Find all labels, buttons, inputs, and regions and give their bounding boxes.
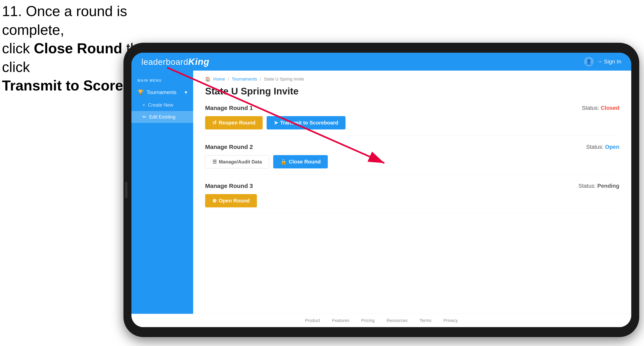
app-layout: leaderboardKing 👤 → Sign In MAIN MENU 🏆 bbox=[132, 53, 631, 327]
sign-in-area: 👤 → Sign In bbox=[584, 57, 621, 66]
round-2-status: Status: Open bbox=[586, 144, 619, 150]
lock-icon: 🔒 bbox=[280, 159, 287, 165]
transmit-to-scoreboard-button[interactable]: ➤ Transmit to Scoreboard bbox=[267, 116, 346, 130]
round-1-actions: ↺ Reopen Round ➤ Transmit to Scoreboard bbox=[205, 116, 619, 130]
sidebar-item-create-new[interactable]: + Create New bbox=[132, 99, 193, 111]
content-area: MAIN MENU 🏆 Tournaments ▾ + Create New bbox=[132, 71, 631, 314]
round-2-status-value: Open bbox=[605, 144, 619, 150]
round-1-status-value: Closed bbox=[601, 105, 619, 111]
footer-product[interactable]: Product bbox=[305, 318, 320, 323]
plus-icon: + bbox=[142, 102, 145, 108]
footer-features[interactable]: Features bbox=[332, 318, 349, 323]
round-3-title: Manage Round 3 bbox=[205, 182, 253, 189]
sidebar-item-edit-existing[interactable]: ✏ Edit Existing bbox=[132, 111, 193, 123]
breadcrumb-home-link[interactable]: Home bbox=[213, 77, 225, 82]
reopen-icon: ↺ bbox=[212, 120, 217, 126]
sign-in-label[interactable]: → Sign In bbox=[597, 58, 621, 65]
sidebar-section-title: MAIN MENU bbox=[132, 77, 193, 86]
logo-area: leaderboardKing bbox=[142, 56, 209, 67]
round-1-title: Manage Round 1 bbox=[205, 105, 253, 111]
round-2-title: Manage Round 2 bbox=[205, 144, 253, 150]
open-round-button[interactable]: ⊕ Open Round bbox=[205, 194, 257, 207]
round-3-status: Status: Pending bbox=[578, 183, 619, 189]
round-1-header: Manage Round 1 Status: Closed bbox=[205, 105, 619, 111]
reopen-round-button[interactable]: ↺ Reopen Round bbox=[205, 116, 263, 130]
page-title: State U Spring Invite bbox=[205, 86, 619, 97]
sidebar-tournaments-label: Tournaments bbox=[146, 89, 176, 95]
sidebar-item-tournaments[interactable]: 🏆 Tournaments ▾ bbox=[132, 86, 193, 99]
sidebar: MAIN MENU 🏆 Tournaments ▾ + Create New bbox=[132, 71, 193, 314]
round-3-actions: ⊕ Open Round bbox=[205, 194, 619, 207]
transmit-icon: ➤ bbox=[274, 120, 278, 126]
footer-pricing[interactable]: Pricing bbox=[361, 318, 374, 323]
round-2-section: Manage Round 2 Status: Open ☰ Manage/Aud… bbox=[205, 144, 619, 174]
round-1-section: Manage Round 1 Status: Closed ↺ Reopen R… bbox=[205, 105, 619, 136]
round-3-status-value: Pending bbox=[598, 183, 619, 189]
main-content: 🏠 Home / Tournaments / State U Spring In… bbox=[193, 71, 631, 314]
tablet-screen: leaderboardKing 👤 → Sign In MAIN MENU 🏆 bbox=[132, 53, 631, 327]
edit-icon: ✏ bbox=[142, 114, 146, 120]
app-header: leaderboardKing 👤 → Sign In bbox=[132, 53, 631, 71]
manage-audit-data-button[interactable]: ☰ Manage/Audit Data bbox=[205, 155, 269, 169]
instruction-bold1: Close Round bbox=[34, 40, 122, 56]
trophy-icon: 🏆 bbox=[138, 89, 144, 95]
open-icon: ⊕ bbox=[212, 198, 217, 204]
breadcrumb-tournaments-link[interactable]: Tournaments bbox=[232, 77, 257, 82]
footer-terms[interactable]: Terms bbox=[420, 318, 432, 323]
chevron-down-icon: ▾ bbox=[184, 89, 187, 95]
round-2-header: Manage Round 2 Status: Open bbox=[205, 144, 619, 150]
tablet-side-button bbox=[125, 182, 128, 198]
tablet-device: leaderboardKing 👤 → Sign In MAIN MENU 🏆 bbox=[124, 43, 639, 337]
user-icon: 👤 bbox=[584, 57, 594, 66]
create-new-label: Create New bbox=[148, 102, 173, 108]
close-round-button[interactable]: 🔒 Close Round bbox=[273, 155, 328, 169]
breadcrumb-current: State U Spring Invite bbox=[264, 77, 304, 82]
app-footer: Product Features Pricing Resources Terms… bbox=[132, 314, 631, 327]
breadcrumb: 🏠 Home / Tournaments / State U Spring In… bbox=[205, 77, 619, 82]
round-2-actions: ☰ Manage/Audit Data 🔒 Close Round bbox=[205, 155, 619, 169]
footer-resources[interactable]: Resources bbox=[386, 318, 408, 323]
round-3-section: Manage Round 3 Status: Pending ⊕ Open Ro… bbox=[205, 182, 619, 213]
breadcrumb-sep1: / bbox=[228, 77, 229, 82]
instruction-line2: click bbox=[2, 40, 34, 56]
edit-existing-label: Edit Existing bbox=[149, 114, 176, 120]
footer-privacy[interactable]: Privacy bbox=[443, 318, 458, 323]
round-3-header: Manage Round 3 Status: Pending bbox=[205, 182, 619, 189]
audit-icon: ☰ bbox=[212, 159, 217, 165]
instruction-line1: 11. Once a round is complete, bbox=[2, 3, 127, 38]
home-icon: 🏠 bbox=[205, 77, 210, 82]
logo: leaderboardKing bbox=[142, 56, 209, 67]
round-1-status: Status: Closed bbox=[582, 105, 619, 111]
breadcrumb-sep2: / bbox=[260, 77, 261, 82]
